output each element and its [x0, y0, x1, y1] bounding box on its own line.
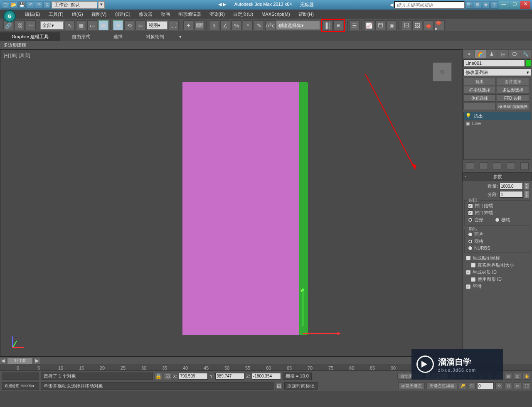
unlink-icon[interactable]: ⛓: [15, 20, 25, 30]
search-input[interactable]: [394, 1, 465, 9]
key-mode-icon[interactable]: 🔑: [459, 382, 466, 389]
manipulate-icon[interactable]: ✦: [183, 20, 193, 30]
bulb-icon[interactable]: 💡: [466, 113, 471, 119]
render-setup-icon[interactable]: 🎞: [401, 20, 411, 30]
nav-zoomall-icon[interactable]: ⊞: [505, 373, 512, 380]
edit-selset-icon[interactable]: ✎: [254, 20, 264, 30]
segments-spinner[interactable]: ▲▼: [525, 191, 529, 198]
gizmo-y-axis[interactable]: [303, 289, 303, 326]
mirror-icon[interactable]: ▐│: [323, 20, 332, 30]
tab-display-icon[interactable]: 🖵: [509, 50, 520, 58]
nav-pan-icon[interactable]: ✋: [523, 373, 530, 380]
select-region-icon[interactable]: ▭: [87, 20, 97, 30]
tab-motion-icon[interactable]: ◎: [498, 50, 508, 58]
prev-frame-icon[interactable]: ◀: [0, 358, 6, 364]
ref-coord-dropdown[interactable]: 视图 ▾: [147, 21, 167, 29]
angle-snap-icon[interactable]: ∠: [220, 20, 230, 30]
pivot-icon[interactable]: ⛶: [169, 20, 179, 30]
maximize-button[interactable]: ▢: [510, 1, 520, 9]
nav-maximize-icon[interactable]: ⛶: [523, 382, 530, 389]
add-time-tag[interactable]: 添加时间标记: [284, 382, 318, 390]
snap-3-icon[interactable]: 3: [209, 20, 219, 30]
menu-edit[interactable]: 编辑(E): [21, 10, 44, 19]
mod-btn-splinesel[interactable]: 样条线选择: [463, 86, 496, 93]
material-icon[interactable]: ◉: [387, 20, 397, 30]
tab-objectpaint[interactable]: 对象绘制: [134, 32, 176, 41]
remove-mod-icon[interactable]: [507, 162, 515, 170]
search-icon[interactable]: 🔍: [466, 1, 473, 9]
tab-selection[interactable]: 选择: [102, 32, 134, 41]
help-icon[interactable]: ?: [490, 1, 498, 9]
minimize-button[interactable]: —: [499, 1, 509, 9]
segments-input[interactable]: [500, 191, 523, 198]
menu-tools[interactable]: 工具(T): [44, 10, 68, 19]
menu-customize[interactable]: 自定义(U): [229, 10, 257, 19]
time-tag-icon[interactable]: ⊞: [275, 382, 283, 390]
mod-btn-nurbs[interactable]: NURBS 曲面选择: [497, 103, 529, 110]
line-object[interactable]: [299, 82, 308, 335]
select-name-icon[interactable]: ▦: [76, 20, 86, 30]
amount-spinner[interactable]: ▲▼: [525, 183, 529, 189]
mod-btn-polysel[interactable]: 多边形选择: [497, 86, 529, 93]
x-input[interactable]: [179, 373, 208, 380]
stack-item-extrude[interactable]: 💡抗出: [464, 112, 531, 120]
menu-maxscript[interactable]: MAXScript(M): [257, 10, 294, 18]
frame-input[interactable]: [477, 382, 494, 389]
cap-end-checkbox[interactable]: ✓: [468, 211, 473, 216]
spinner-snap-icon[interactable]: ⌖: [243, 20, 253, 30]
nav-orbit-icon[interactable]: ⟲: [495, 382, 503, 389]
star-icon[interactable]: ★: [482, 1, 490, 9]
morph-radio[interactable]: [468, 218, 473, 222]
modifier-stack[interactable]: 💡抗出 ▣Line: [463, 112, 531, 160]
align-icon[interactable]: ≡: [333, 20, 343, 30]
selection-filter-dropdown[interactable]: 全部 ▾: [40, 21, 64, 29]
y-input[interactable]: [215, 373, 244, 380]
gen-map-checkbox[interactable]: [466, 256, 471, 261]
expand-icon[interactable]: ▣: [466, 121, 470, 126]
modifier-list-dropdown[interactable]: 修改器列表▾: [463, 69, 531, 76]
close-button[interactable]: ✕: [520, 1, 530, 9]
show-end-icon[interactable]: [480, 162, 488, 170]
link-icon[interactable]: ⎘: [43, 1, 51, 9]
tab-graphite[interactable]: Graphite 建模工具: [0, 32, 60, 41]
viewcube[interactable]: 前: [433, 62, 452, 81]
nurbs-radio[interactable]: [468, 246, 473, 250]
object-color-swatch[interactable]: [526, 59, 531, 67]
scale-icon[interactable]: ▱: [135, 20, 145, 30]
setkey-button[interactable]: 设置关键点: [398, 382, 425, 389]
move-icon[interactable]: ✥: [113, 20, 123, 30]
new-icon[interactable]: ▢: [2, 1, 9, 9]
percent-snap-icon[interactable]: %: [232, 20, 241, 30]
menu-views[interactable]: 视图(V): [87, 10, 111, 19]
amount-input[interactable]: [500, 183, 523, 189]
schematic-icon[interactable]: 🗔: [375, 20, 385, 30]
unique-icon[interactable]: [493, 162, 501, 170]
time-slider-handle[interactable]: 0 / 100: [7, 358, 32, 364]
stack-item-line[interactable]: ▣Line: [464, 120, 531, 127]
render-icon[interactable]: 🫖: [424, 20, 433, 30]
tab-freeform[interactable]: 自由形式: [60, 32, 102, 41]
nav-fov-icon[interactable]: ◫: [514, 373, 521, 380]
select-icon[interactable]: ↖: [65, 20, 75, 30]
keyfilter-button[interactable]: 关键点过滤器: [426, 382, 457, 389]
pin-stack-icon[interactable]: [466, 162, 474, 170]
cap-start-checkbox[interactable]: ✓: [468, 204, 473, 208]
extruded-object[interactable]: [182, 82, 299, 335]
grid-radio[interactable]: [495, 218, 500, 222]
tab-create-icon[interactable]: ✦: [463, 50, 474, 58]
mod-btn-ffdsel[interactable]: FFD 选择: [497, 94, 529, 102]
doc-nav-icon[interactable]: ◀ ▶: [218, 2, 226, 8]
mod-btn-extrude[interactable]: 抗出: [463, 78, 496, 85]
info-prev-icon[interactable]: ◀: [390, 2, 393, 7]
nav-region-icon[interactable]: ▭: [514, 382, 521, 389]
object-name-input[interactable]: [463, 59, 525, 67]
lock-selection-icon[interactable]: 🔒: [155, 373, 162, 380]
ribbon-subbar[interactable]: 多边形建模: [0, 41, 532, 49]
mod-btn-patchsel[interactable]: 面片选择: [497, 78, 529, 85]
menu-group[interactable]: 组(G): [68, 10, 87, 19]
z-input[interactable]: [252, 373, 281, 380]
menu-grapheditors[interactable]: 图形编辑器: [174, 10, 205, 19]
layers-icon[interactable]: ☰: [350, 20, 360, 30]
menu-create[interactable]: 创建(C): [111, 10, 134, 19]
patch-radio[interactable]: [468, 232, 473, 237]
